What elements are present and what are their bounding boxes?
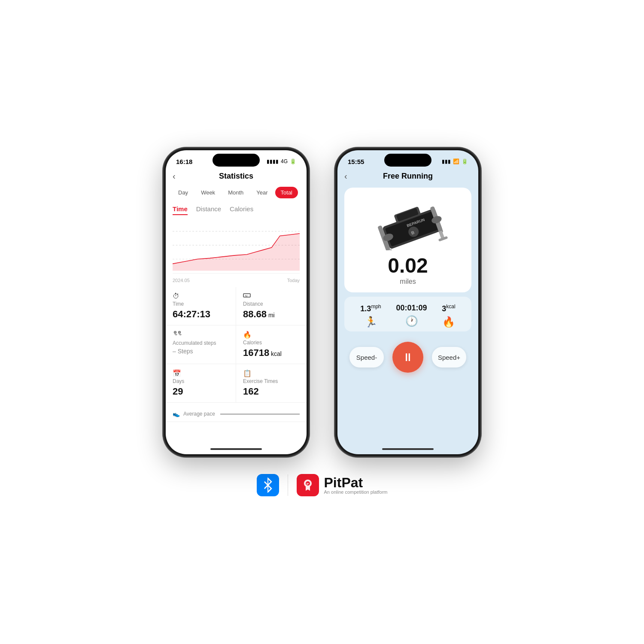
- chart-labels: 2024.05 Today: [166, 277, 307, 284]
- treadmill-svg: BEPARUN B: [365, 194, 451, 250]
- branding-divider: [288, 474, 288, 496]
- time-label: Time: [173, 301, 229, 307]
- pace-row: 👟 Average pace: [166, 406, 307, 422]
- days-value: 29: [173, 386, 229, 397]
- pitpat-subtitle: An online competition platform: [324, 489, 388, 495]
- steps-icon: [173, 331, 229, 339]
- metric-time[interactable]: Time: [173, 205, 188, 215]
- speed-minus-button[interactable]: Speed-: [349, 347, 384, 368]
- status-icons-right: ▮▮▮ 📶 🔋: [442, 158, 468, 164]
- run-time-value: 00:01:09: [396, 304, 427, 313]
- time-value: 64:27:13: [173, 309, 229, 320]
- clock-icon-run: 🕐: [396, 315, 427, 327]
- clock-icon: ⏱: [173, 292, 229, 300]
- pace-label: Average pace: [183, 411, 215, 417]
- left-phone: 16:18 ▮▮▮▮ 4G 🔋 ‹ Statistics Day Week: [163, 148, 309, 457]
- flame-icon-run: 🔥: [442, 316, 455, 328]
- exercise-label: Exercise Times: [243, 378, 300, 384]
- steps-label: Accumulated steps: [173, 340, 229, 346]
- stats-grid: ⏱ Time 64:27:13 N Distance 88.68 mi: [166, 287, 307, 403]
- run-stat-time: 00:01:09 🕐: [396, 304, 427, 328]
- distance-icon: N: [243, 292, 300, 300]
- page-title-left: Statistics: [219, 172, 253, 181]
- run-calories-value: 3kcal: [442, 304, 455, 313]
- wifi-icon: 📶: [453, 158, 459, 164]
- dynamic-island-right: [384, 154, 431, 167]
- pitpat-logo: P PitPat An online competition platform: [297, 474, 388, 496]
- tab-year[interactable]: Year: [251, 187, 273, 198]
- left-screen: 16:18 ▮▮▮▮ 4G 🔋 ‹ Statistics Day Week: [166, 150, 307, 454]
- stat-calories: 🔥 Calories 16718 kcal: [236, 325, 307, 364]
- control-row: Speed- ⏸ Speed+: [337, 335, 478, 380]
- svg-text:P: P: [307, 482, 309, 486]
- pitpat-text: PitPat An online competition platform: [324, 476, 388, 495]
- tab-total[interactable]: Total: [275, 187, 298, 198]
- tab-week[interactable]: Week: [195, 187, 221, 198]
- running-stats: 1.3mph 🏃 00:01:09 🕐 3kcal 🔥: [344, 297, 471, 331]
- treadmill-image: BEPARUN B: [365, 194, 451, 250]
- dynamic-island-left: [213, 154, 260, 167]
- home-indicator-left: [210, 448, 262, 450]
- nav-bar-left: ‹ Statistics: [166, 169, 307, 183]
- tab-day[interactable]: Day: [173, 187, 194, 198]
- steps-value: – Steps: [173, 348, 229, 355]
- calories-icon: 🔥: [243, 331, 300, 339]
- pitpat-name: PitPat: [324, 476, 388, 489]
- bluetooth-icon: [257, 474, 279, 496]
- back-button-left[interactable]: ‹: [173, 171, 176, 181]
- run-icon: 🏃: [360, 316, 381, 328]
- signal-type: 4G: [281, 158, 288, 164]
- exercise-value: 162: [243, 386, 300, 397]
- stat-time: ⏱ Time 64:27:13: [166, 287, 236, 325]
- pause-icon: ⏸: [402, 351, 413, 364]
- stat-days: 📅 Days 29: [166, 364, 236, 403]
- home-indicator-right: [382, 448, 434, 450]
- stat-steps: Accumulated steps – Steps: [166, 325, 236, 364]
- distance-unit: miles: [351, 278, 465, 286]
- metric-tabs: Time Distance Calories: [166, 202, 307, 219]
- stat-distance: N Distance 88.68 mi: [236, 287, 307, 325]
- battery-icon-right: 🔋: [462, 158, 468, 164]
- calories-value: 16718 kcal: [243, 347, 300, 358]
- metric-calories[interactable]: Calories: [230, 205, 253, 215]
- speed-plus-button[interactable]: Speed+: [432, 347, 466, 368]
- time-left: 16:18: [176, 158, 192, 165]
- signal-icon: ▮▮▮▮: [267, 158, 279, 164]
- phones-row: 16:18 ▮▮▮▮ 4G 🔋 ‹ Statistics Day Week: [163, 148, 481, 457]
- right-screen: 15:55 ▮▮▮ 📶 🔋 ‹ Free Running: [337, 150, 478, 454]
- branding-row: P PitPat An online competition platform: [257, 474, 388, 496]
- svg-point-6: [175, 332, 176, 333]
- battery-icon: 🔋: [290, 158, 296, 164]
- pitpat-app-icon: P: [297, 474, 319, 496]
- svg-point-8: [179, 332, 180, 333]
- speed-value: 1.3mph: [360, 304, 381, 313]
- pace-line: [220, 414, 300, 414]
- pace-icon: 👟: [173, 410, 180, 417]
- right-phone: 15:55 ▮▮▮ 📶 🔋 ‹ Free Running: [335, 148, 481, 457]
- metric-distance[interactable]: Distance: [196, 205, 221, 215]
- status-icons-left: ▮▮▮▮ 4G 🔋: [267, 158, 296, 164]
- tab-month[interactable]: Month: [222, 187, 249, 198]
- main-container: 16:18 ▮▮▮▮ 4G 🔋 ‹ Statistics Day Week: [146, 131, 498, 513]
- chart-end: Today: [287, 278, 300, 283]
- page-title-right: Free Running: [383, 172, 433, 181]
- chart-svg: [173, 222, 300, 273]
- distance-label: Distance: [243, 301, 300, 307]
- pause-button[interactable]: ⏸: [392, 342, 423, 373]
- chart-area: [173, 222, 300, 273]
- distance-value: 88.68 mi: [243, 309, 300, 320]
- time-right: 15:55: [348, 158, 364, 165]
- stat-exercise: 📋 Exercise Times 162: [236, 364, 307, 403]
- run-stat-calories: 3kcal 🔥: [442, 304, 455, 328]
- back-button-right[interactable]: ‹: [344, 171, 347, 181]
- period-tabs: Day Week Month Year Total: [166, 183, 307, 202]
- free-running-card: BEPARUN B: [344, 188, 471, 292]
- days-icon: 📅: [173, 369, 229, 377]
- nav-bar-right: ‹ Free Running: [337, 169, 478, 183]
- distance-number: 0.02: [351, 255, 465, 276]
- chart-start: 2024.05: [173, 278, 190, 283]
- svg-text:N: N: [245, 295, 247, 298]
- run-stat-speed: 1.3mph 🏃: [360, 304, 381, 328]
- calories-label: Calories: [243, 340, 300, 346]
- signal-bars-icon: ▮▮▮: [442, 158, 451, 164]
